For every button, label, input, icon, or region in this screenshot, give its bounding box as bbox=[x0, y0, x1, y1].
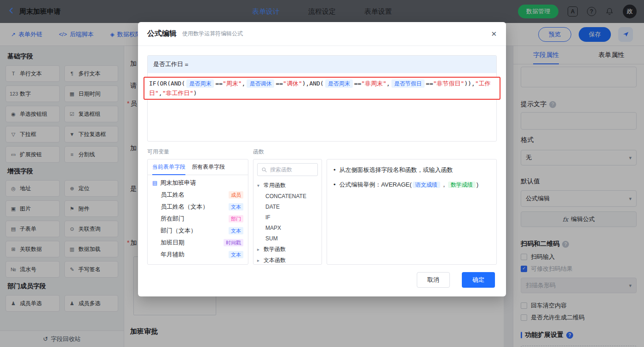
function-group[interactable]: ▾常用函数 bbox=[253, 180, 322, 191]
field-type-tag: 文本 bbox=[229, 251, 243, 258]
formula-field-pill: 是否周末 bbox=[325, 80, 353, 88]
tab-all-form-fields[interactable]: 所有表单字段 bbox=[192, 159, 225, 175]
formula-example: 公式编辑举例：AVERAGE(语文成绩，数学成绩) bbox=[339, 180, 479, 190]
formula-field-pill: 是否节假日 bbox=[391, 80, 425, 88]
formula-text: , bbox=[386, 80, 390, 87]
modal-title: 公式编辑 bbox=[147, 29, 177, 39]
formula-operator: == bbox=[215, 80, 223, 87]
formula-operator: == bbox=[276, 80, 283, 87]
modal-header: 公式编辑 使用数学运算符编辑公式 ✕ bbox=[138, 22, 506, 46]
functions-panel: 搜索函数 ▾常用函数CONCATENATEDATEIFMAPXSUM▸数学函数▸… bbox=[253, 159, 322, 265]
function-item[interactable]: CONCATENATE bbox=[253, 191, 322, 201]
formula-string: "非周末" bbox=[361, 80, 386, 87]
formula-string: "周末" bbox=[223, 80, 242, 87]
formula-string: "调休" bbox=[283, 80, 302, 87]
tab-current-form-fields[interactable]: 当前表单字段 bbox=[152, 159, 185, 175]
function-item[interactable]: IF bbox=[253, 212, 322, 222]
variable-row[interactable]: 年月辅助文本 bbox=[148, 249, 248, 261]
chevron-down-icon: ▾ bbox=[257, 183, 262, 188]
formula-field-pill: 语文成绩 bbox=[413, 182, 440, 188]
search-placeholder: 搜索函数 bbox=[270, 166, 292, 174]
field-type-tag: 部门 bbox=[229, 215, 243, 222]
formula-input-area[interactable]: IF(OR(AND(是否周末=="周末",是否调休=="调休"),AND(是否周… bbox=[148, 73, 496, 102]
confirm-button[interactable]: 确定 bbox=[462, 272, 495, 288]
variable-list: 员工姓名成员员工姓名（文本）文本所在部门部门部门（文本）文本加班日期时间戳年月辅… bbox=[148, 189, 248, 261]
function-group[interactable]: ▸数学函数 bbox=[253, 244, 322, 255]
field-type-tag: 时间戳 bbox=[224, 239, 243, 246]
formula-editor: 是否工作日 = IF(OR(AND(是否周末=="周末",是否调休=="调休")… bbox=[147, 55, 497, 142]
formula-edit-modal: 公式编辑 使用数学运算符编辑公式 ✕ 是否工作日 = IF(OR(AND(是否周… bbox=[138, 22, 506, 296]
close-icon[interactable]: ✕ bbox=[491, 30, 497, 38]
formula-text: IF(OR(AND( bbox=[149, 80, 185, 87]
modal-subtitle: 使用数学运算符编辑公式 bbox=[182, 30, 243, 38]
formula-text: ),AND( bbox=[302, 80, 324, 87]
function-item[interactable]: SUM bbox=[253, 233, 322, 244]
formula-text: ) bbox=[193, 90, 197, 97]
variable-row[interactable]: 加班日期时间戳 bbox=[148, 237, 248, 249]
formula-string: "非工作日" bbox=[162, 90, 194, 97]
function-item[interactable]: DATE bbox=[253, 201, 322, 212]
function-item[interactable]: MAPX bbox=[253, 222, 322, 233]
formula-string: "非节假日" bbox=[433, 80, 465, 87]
formula-field-pill: 数学成绩 bbox=[448, 182, 476, 188]
variable-row[interactable]: 员工姓名（文本）文本 bbox=[148, 201, 248, 213]
variable-row[interactable]: 部门（文本）文本 bbox=[148, 225, 248, 237]
chevron-right-icon: ▸ bbox=[257, 258, 262, 263]
form-tree-node[interactable]: ▤ 周末加班申请 bbox=[148, 175, 248, 189]
formula-highlight[interactable]: IF(OR(AND(是否周末=="周末",是否调休=="调休"),AND(是否周… bbox=[144, 77, 500, 100]
formula-text: , bbox=[159, 90, 162, 97]
formula-text: , bbox=[242, 80, 246, 87]
formula-text: 公式编辑举例：AVERAGE( bbox=[339, 181, 412, 188]
variables-panel: 当前表单字段 所有表单字段 ▤ 周末加班申请 员工姓名成员员工姓名（文本）文本所… bbox=[147, 159, 248, 265]
formula-text: )), bbox=[464, 80, 475, 87]
formula-operator: == bbox=[426, 80, 433, 87]
form-doc-icon: ▤ bbox=[152, 180, 157, 186]
formula-result-row: 是否工作日 = bbox=[148, 56, 496, 73]
field-type-tag: 文本 bbox=[229, 227, 243, 234]
chevron-right-icon: ▸ bbox=[257, 247, 262, 252]
app-root: 周末加班申请 表单设计 流程设定 表单设置 数据管理 A ? 政 ↗ 表单外链 … bbox=[0, 0, 644, 347]
field-type-tag: 文本 bbox=[229, 203, 243, 210]
search-icon bbox=[261, 167, 267, 173]
variable-row[interactable]: 所在部门部门 bbox=[148, 213, 248, 225]
function-list: ▾常用函数CONCATENATEDATEIFMAPXSUM▸数学函数▸文本函数 bbox=[253, 180, 322, 265]
function-group[interactable]: ▸文本函数 bbox=[253, 255, 322, 265]
modal-body: 是否工作日 = IF(OR(AND(是否周末=="周末",是否调休=="调休")… bbox=[138, 46, 506, 296]
variables-label: 可用变量 bbox=[147, 148, 169, 156]
cancel-button[interactable]: 取消 bbox=[417, 272, 450, 288]
formula-text: ， bbox=[441, 181, 447, 188]
formula-field-pill: 是否周末 bbox=[186, 80, 214, 88]
variable-row[interactable]: 员工姓名成员 bbox=[148, 189, 248, 201]
field-type-tag: 成员 bbox=[229, 191, 243, 199]
formula-text: ) bbox=[477, 181, 478, 188]
formula-help-panel: •从左侧面板选择字段名和函数，或输入函数 •公式编辑举例：AVERAGE(语文成… bbox=[327, 159, 497, 265]
formula-field-pill: 是否调休 bbox=[247, 80, 274, 88]
functions-label: 函数 bbox=[253, 148, 264, 156]
function-search-input[interactable]: 搜索函数 bbox=[257, 163, 318, 176]
formula-operator: == bbox=[354, 80, 362, 87]
